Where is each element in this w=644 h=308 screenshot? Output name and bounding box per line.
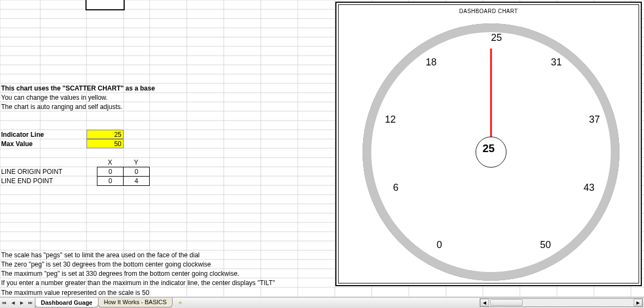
note-tilt: If you enter a number greater than the m… [1,279,275,287]
tab-nav-first[interactable]: ⏮ [0,298,9,307]
tab-nav-last[interactable]: ⏭ [26,298,35,307]
gauge-tick-43: 43 [584,182,594,194]
gauge-tick-0: 0 [437,239,442,251]
note-zero-peg: The zero "peg" is set 30 degrees from th… [1,261,211,268]
cell-origin-x[interactable]: 0 [97,167,124,177]
dashboard-chart-object[interactable]: DASHBOARD CHART 25 0 6 12 18 25 31 37 43… [335,2,642,286]
scroll-left-button[interactable]: ◀ [480,299,489,306]
gauge-tick-6: 6 [393,182,398,194]
label-y-header: Y [123,159,149,166]
horizontal-scrollbar[interactable]: ◀ ▶ [480,298,643,307]
label-origin-point: LINE ORIGIN POINT [1,168,63,176]
instruction-line2: The chart is auto ranging and self adjus… [1,103,122,111]
instruction-line1: You can change the values in yellow. [1,94,108,101]
cell-end-x[interactable]: 0 [97,177,124,186]
active-cell[interactable] [87,0,124,9]
note-pegs: The scale has "pegs" set to limit the ar… [1,251,200,259]
gauge-tick-37: 37 [589,114,600,125]
scroll-track[interactable] [489,299,634,306]
chart-title: DASHBOARD CHART [339,8,639,14]
tab-how-it-works[interactable]: How It Works - BASICS [98,298,173,307]
input-max-value[interactable]: 50 [87,139,124,148]
tab-nav-next[interactable]: ▶ [17,298,26,307]
sheet-tab-bar: ⏮ ◀ ▶ ⏭ Dashboard Guage How It Works - B… [0,297,644,308]
label-x-header: X [97,159,123,166]
cell-end-y[interactable]: 4 [124,177,150,186]
scroll-thumb[interactable] [490,299,523,306]
gauge-tick-31: 31 [551,57,562,68]
gauge-tick-18: 18 [426,57,437,68]
label-max-value: Max Value [1,140,33,148]
gauge-tick-12: 12 [385,114,396,125]
gauge-tick-25: 25 [491,32,502,44]
tab-insert-sheet[interactable]: ✧ [175,300,186,306]
gauge-center-value: 25 [339,142,639,155]
label-indicator-line: Indicator Line [1,131,44,138]
label-end-point: LINE END POINT [1,177,53,185]
input-indicator-value[interactable]: 25 [87,130,124,139]
tab-nav-prev[interactable]: ◀ [9,298,17,307]
cell-origin-y[interactable]: 0 [124,167,150,177]
tab-dashboard-gauge[interactable]: Dashboard Guage [35,298,99,307]
note-max-peg: The maximum "peg" is set at 330 degrees … [1,270,239,277]
xy-data-table[interactable]: 0 0 0 4 [97,167,150,186]
heading-scatter: This chart uses the "SCATTER CHART" as a… [1,84,155,92]
scroll-right-button[interactable]: ▶ [634,299,642,306]
gauge-tick-50: 50 [540,239,551,251]
note-max-scale: The maximum value represented on the sca… [1,289,149,297]
